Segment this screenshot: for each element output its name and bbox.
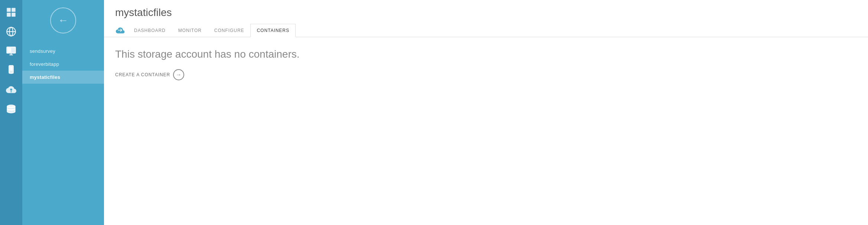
tab-bar: DASHBOARD MONITOR CONFIGURE CONTAINERS [104,24,868,37]
arrow-right-icon: → [173,69,184,80]
sidebar-items: sendsurvey foreverbitapp mystaticfiles [22,45,104,84]
create-container-label: CREATE A CONTAINER [115,72,170,77]
main-content: mystaticfiles DASHBOARD MONITOR CONFIGUR… [104,0,868,225]
tab-monitor[interactable]: MONITOR [172,24,208,37]
tab-dashboard[interactable]: DASHBOARD [128,24,172,37]
cloud-gear-icon[interactable] [3,81,20,98]
monitor-icon[interactable] [3,42,20,60]
icon-rail [0,0,22,225]
page-title: mystaticfiles [115,7,857,19]
mobile-icon[interactable] [3,62,20,79]
page-header: mystaticfiles [104,0,868,24]
grid-icon[interactable] [3,4,20,21]
svg-rect-2 [7,13,10,16]
sidebar-item-foreverbitapp[interactable]: foreverbitapp [22,58,104,71]
content-area: This storage account has no containers. … [104,37,868,225]
svg-rect-13 [10,67,13,71]
sidebar-item-mystaticfiles[interactable]: mystaticfiles [22,71,104,84]
svg-point-14 [10,91,12,93]
sidebar: ← sendsurvey foreverbitapp mystaticfiles [22,0,104,225]
svg-rect-0 [7,8,10,12]
back-circle[interactable]: ← [50,7,76,33]
globe-icon[interactable] [3,23,20,40]
tab-containers[interactable]: CONTAINERS [250,24,295,37]
svg-rect-3 [12,13,15,16]
sidebar-item-sendsurvey[interactable]: sendsurvey [22,45,104,58]
tab-cloud-icon [115,26,125,35]
svg-rect-1 [12,8,15,12]
database-icon[interactable] [3,100,20,118]
svg-rect-10 [8,48,11,52]
back-button[interactable]: ← [22,0,104,41]
create-container-button[interactable]: CREATE A CONTAINER → [115,69,184,80]
empty-state-message: This storage account has no containers. [115,48,857,60]
tab-configure[interactable]: CONFIGURE [208,24,251,37]
